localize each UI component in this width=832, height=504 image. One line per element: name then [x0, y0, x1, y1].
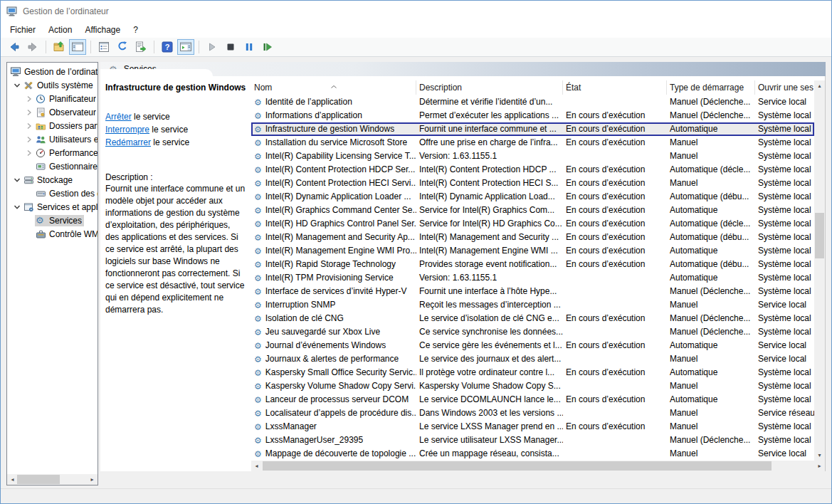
- tree-item-performance[interactable]: Performance: [7, 146, 98, 159]
- interrompre-service-link[interactable]: Interrompre: [105, 125, 149, 135]
- service-gear-icon: ⚙: [254, 193, 262, 201]
- chevron-right-icon[interactable]: [23, 95, 35, 103]
- scroll-left-icon[interactable]: ◂: [251, 461, 262, 471]
- service-row[interactable]: ⚙Kaspersky Volume Shadow Copy Servi...Ka…: [251, 379, 814, 393]
- forward-icon[interactable]: [24, 39, 41, 55]
- scroll-right-icon[interactable]: ▸: [87, 474, 98, 485]
- service-row[interactable]: ⚙Intel(R) HD Graphics Control Panel Ser.…: [251, 217, 814, 231]
- tree-item-gestionnaire[interactable]: Gestionnaire: [7, 159, 98, 173]
- service-row[interactable]: ⚙Interruption SNMPReçoit les messages d’…: [251, 298, 814, 312]
- service-row[interactable]: ⚙Intel(R) Capability Licensing Service T…: [251, 149, 814, 163]
- column-header-ouvrir-une-ses[interactable]: Ouvrir une ses: [755, 80, 816, 95]
- chevron-right-icon[interactable]: [23, 122, 35, 130]
- tree-item-contr-le-wm[interactable]: Contrôle WM: [7, 227, 98, 241]
- refresh-icon[interactable]: [114, 39, 131, 55]
- service-row[interactable]: ⚙Localisateur d’appels de procédure dis.…: [251, 406, 814, 420]
- service-gear-icon: ⚙: [254, 247, 262, 256]
- app-icon: [6, 6, 18, 17]
- tab-label: Standard: [103, 471, 126, 485]
- tree-item-services-et-applic[interactable]: Services et applic: [7, 200, 98, 214]
- scroll-down-icon[interactable]: ▾: [814, 450, 825, 461]
- scrollbar-thumb[interactable]: [263, 461, 772, 471]
- service-name-text: Intel(R) Management and Security Ap...: [265, 231, 415, 244]
- list-vertical-scrollbar[interactable]: ▴ ▾: [814, 80, 825, 461]
- tree-item-utilisateurs-e[interactable]: Utilisateurs e: [7, 132, 98, 146]
- up-level-icon[interactable]: [51, 39, 68, 55]
- stop-service-icon[interactable]: [222, 39, 239, 55]
- arrter-service-link[interactable]: Arrêter: [105, 112, 132, 122]
- service-row[interactable]: ⚙Intel(R) TPM Provisioning ServiceVersio…: [251, 271, 814, 285]
- service-row[interactable]: ⚙Intel(R) Dynamic Application Loader ...…: [251, 190, 814, 204]
- service-row[interactable]: ⚙Isolation de clé CNGLe service d’isolat…: [251, 312, 814, 325]
- service-row[interactable]: ⚙Intel(R) Content Protection HECI Servi.…: [251, 177, 814, 190]
- service-row[interactable]: ⚙Lanceur de processus serveur DCOMLe ser…: [251, 393, 814, 406]
- tree-item-services[interactable]: ⚙Services: [7, 214, 98, 227]
- column-header-description[interactable]: Description: [416, 80, 563, 95]
- restart-service-icon[interactable]: [259, 39, 276, 55]
- service-row[interactable]: ⚙Identité de l’applicationDétermine et v…: [251, 95, 814, 109]
- menu-action[interactable]: Action: [42, 23, 78, 36]
- service-name-text: Intel(R) HD Graphics Control Panel Ser..…: [265, 217, 416, 231]
- service-row[interactable]: ⚙Intel(R) Management Engine WMI Pro...In…: [251, 244, 814, 258]
- service-row[interactable]: ⚙Journaux & alertes de performanceLe ser…: [251, 352, 814, 366]
- computer-management-window: Gestion de l’ordinateur FichierActionAff…: [0, 0, 832, 504]
- pause-service-icon[interactable]: [241, 39, 258, 55]
- menu-aide[interactable]: ?: [127, 23, 144, 36]
- redmarrer-service-link[interactable]: Redémarrer: [105, 137, 151, 147]
- service-row[interactable]: ⚙Infrastructure de gestion WindowsFourni…: [251, 122, 814, 136]
- chevron-right-icon[interactable]: [23, 136, 35, 143]
- tree-item-outils-syst-me[interactable]: Outils système: [7, 78, 98, 92]
- tree-item-planificateur[interactable]: Planificateur: [7, 92, 98, 105]
- scroll-left-icon[interactable]: ◂: [7, 474, 18, 485]
- column-header--tat[interactable]: État: [563, 80, 667, 95]
- tree-item-gestion-de-l-ordinate[interactable]: Gestion de l’ordinate: [7, 65, 98, 78]
- service-row[interactable]: ⚙Intel(R) Rapid Storage TechnologyProvid…: [251, 258, 814, 271]
- menu-fichier[interactable]: Fichier: [4, 23, 42, 36]
- service-row[interactable]: ⚙Intel(R) Management and Security Ap...I…: [251, 231, 814, 244]
- chevron-down-icon[interactable]: [11, 177, 23, 184]
- chevron-down-icon[interactable]: [11, 204, 23, 211]
- scrollbar-thumb[interactable]: [17, 475, 60, 484]
- scrollbar-thumb[interactable]: [815, 213, 824, 258]
- service-row[interactable]: ⚙Kaspersky Small Office Security Servic.…: [251, 366, 814, 379]
- chevron-right-icon[interactable]: [23, 149, 35, 157]
- service-name-text: Kaspersky Small Office Security Servic..…: [265, 366, 416, 379]
- toolbar-separator: [199, 41, 199, 53]
- service-logon-as: Système local: [755, 231, 814, 244]
- services-apps-icon: [23, 202, 34, 212]
- service-row[interactable]: ⚙Journal d’événements WindowsCe service …: [251, 339, 814, 352]
- service-row[interactable]: ⚙Jeu sauvegardé sur Xbox LiveCe service …: [251, 325, 814, 339]
- service-logon-as: Service réseau: [755, 406, 814, 420]
- service-row[interactable]: ⚙LxssManagerUser_29395Le service utilisa…: [251, 434, 814, 447]
- tree-item-stockage[interactable]: Stockage: [7, 173, 98, 187]
- help-icon[interactable]: ?: [159, 39, 176, 55]
- tree-item-observateur[interactable]: Observateur: [7, 105, 98, 119]
- service-row[interactable]: ⚙Installation du service Microsoft Store…: [251, 136, 814, 149]
- export-list-icon[interactable]: [132, 39, 149, 55]
- menu-affichage[interactable]: Affichage: [78, 23, 127, 36]
- service-row[interactable]: ⚙Intel(R) Content Protection HDCP Ser...…: [251, 163, 814, 177]
- service-row[interactable]: ⚙Mappage de découverte de topologie ...C…: [251, 447, 814, 461]
- service-startup-type: Manuel (Déclenche...: [667, 285, 755, 298]
- tree-horizontal-scrollbar[interactable]: ◂ ▸: [7, 474, 98, 485]
- console-tree-icon[interactable]: [69, 39, 86, 55]
- tree-item-gestion-des-d[interactable]: Gestion des d: [7, 187, 98, 200]
- back-icon[interactable]: [6, 39, 23, 55]
- service-row[interactable]: ⚙Informations d’applicationPermet d’exéc…: [251, 109, 814, 122]
- service-row[interactable]: ⚙LxssManagerLe service LXSS Manager pren…: [251, 420, 814, 434]
- scroll-right-icon[interactable]: ▸: [814, 461, 825, 471]
- chevron-right-icon[interactable]: [23, 109, 35, 116]
- scroll-up-icon[interactable]: ▴: [814, 80, 825, 91]
- column-header-nom[interactable]: Nom: [251, 80, 416, 95]
- chevron-down-icon[interactable]: [11, 82, 23, 89]
- service-gear-icon: ⚙: [254, 355, 262, 364]
- service-startup-type: Manuel: [667, 136, 755, 149]
- tree-item-dossiers-part[interactable]: Dossiers part: [7, 119, 98, 132]
- list-horizontal-scrollbar[interactable]: ◂ ▸: [251, 461, 825, 471]
- start-service-icon[interactable]: [204, 39, 221, 55]
- action-pane-icon[interactable]: [177, 39, 194, 55]
- service-row[interactable]: ⚙Intel(R) Graphics Command Center Se...S…: [251, 204, 814, 217]
- column-header-type-de-d-marrage[interactable]: Type de démarrage: [667, 80, 755, 95]
- properties-icon[interactable]: [95, 39, 112, 55]
- service-row[interactable]: ⚙Interface de services d’invité Hyper-VF…: [251, 285, 814, 298]
